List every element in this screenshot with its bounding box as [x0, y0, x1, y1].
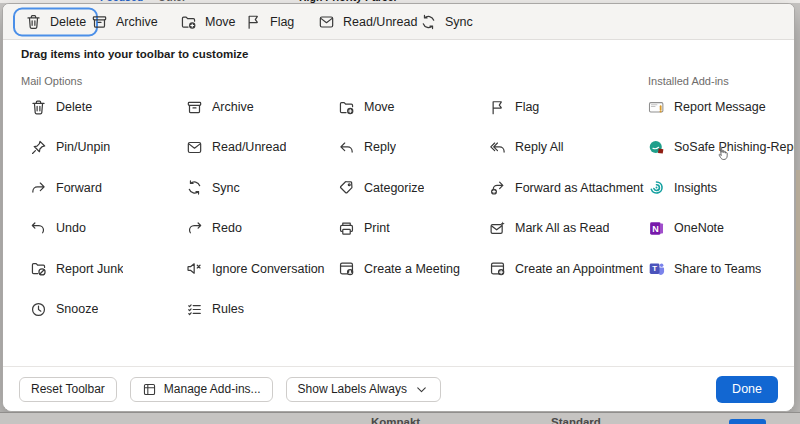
- sync-icon: [186, 179, 203, 196]
- mail-option-read-unread[interactable]: Read/Unread: [186, 131, 286, 163]
- mail-option-mark-all-as-read[interactable]: Mark All as Read: [489, 212, 609, 244]
- toolbar-item-label: Sync: [445, 15, 473, 29]
- toolbar-item-label: Delete: [50, 15, 86, 29]
- mail-option-reply[interactable]: Reply: [338, 131, 396, 163]
- background-app-bottom-sliver: KompaktStandard: [0, 412, 800, 424]
- forward-icon: [30, 179, 47, 196]
- archive-icon: [186, 99, 203, 116]
- manage-addins-button[interactable]: Manage Add-ins...: [130, 377, 273, 402]
- mail-option-forward-as-attachment[interactable]: Forward as Attachment: [489, 172, 644, 204]
- mail-option-label: Forward as Attachment: [515, 181, 644, 195]
- background-text-fragment: Kompakt: [371, 416, 420, 424]
- move-icon: [180, 13, 197, 30]
- toolbar-item-flag[interactable]: Flag: [245, 13, 294, 30]
- ignore-icon: [186, 260, 203, 277]
- mail-option-label: Read/Unread: [212, 140, 286, 154]
- mail-option-label: Ignore Conversation: [212, 262, 325, 276]
- show-labels-value: Show Labels Always: [298, 382, 407, 396]
- reply-icon: [338, 139, 355, 156]
- svg-text:T: T: [652, 265, 657, 274]
- mail-option-label: Forward: [56, 181, 102, 195]
- chevron-down-icon: [414, 382, 429, 397]
- mail-option-rules[interactable]: Rules: [186, 293, 244, 325]
- mail-icon: [318, 13, 335, 30]
- mail-option-archive[interactable]: Archive: [186, 91, 254, 123]
- done-button[interactable]: Done: [716, 376, 778, 403]
- mail-option-label: Categorize: [364, 181, 424, 195]
- trash-icon: [30, 99, 47, 116]
- forward-attachment-icon: [489, 179, 506, 196]
- mail-option-label: Undo: [56, 221, 86, 235]
- sosafe-icon: [648, 139, 665, 156]
- teams-icon: T: [648, 260, 665, 277]
- reset-toolbar-label: Reset Toolbar: [31, 382, 105, 396]
- mail-option-delete[interactable]: Delete: [30, 91, 92, 123]
- sync-icon: [420, 13, 437, 30]
- mail-option-label: Sync: [212, 181, 240, 195]
- mail-option-pin-unpin[interactable]: Pin/Unpin: [30, 131, 110, 163]
- mail-option-label: Move: [364, 100, 395, 114]
- mail-option-sync[interactable]: Sync: [186, 172, 240, 204]
- mail-option-snooze[interactable]: Snooze: [30, 293, 98, 325]
- mail-option-report-junk[interactable]: Report Junk: [30, 253, 123, 285]
- toolbar-item-label: Read/Unread: [343, 15, 417, 29]
- addin-share-to-teams[interactable]: TShare to Teams: [648, 253, 761, 285]
- mail-option-label: Delete: [56, 100, 92, 114]
- toolbar-item-archive[interactable]: Archive: [91, 13, 158, 30]
- tag-icon: [338, 179, 355, 196]
- addin-label: OneNote: [674, 221, 724, 235]
- background-edge-sliver: [796, 170, 800, 290]
- mail-option-flag[interactable]: Flag: [489, 91, 539, 123]
- toolbar-item-move[interactable]: Move: [180, 13, 236, 30]
- toolbar-item-label: Flag: [270, 15, 294, 29]
- create-meeting-icon: [338, 260, 355, 277]
- mail-option-ignore-conversation[interactable]: Ignore Conversation: [186, 253, 325, 285]
- onenote-icon: N: [648, 220, 665, 237]
- grid-icon: [142, 382, 157, 397]
- toolbar-item-delete[interactable]: Delete: [13, 7, 98, 36]
- addin-report-message[interactable]: Report Message: [648, 91, 766, 123]
- mail-option-label: Flag: [515, 100, 539, 114]
- mail-option-move[interactable]: Move: [338, 91, 395, 123]
- mail-option-forward[interactable]: Forward: [30, 172, 102, 204]
- background-blue-button-sliver: [729, 419, 766, 424]
- flag-icon: [489, 99, 506, 116]
- mail-option-print[interactable]: Print: [338, 212, 390, 244]
- addin-label: Insights: [674, 181, 717, 195]
- dialog-footer: Reset Toolbar Manage Add-ins... Show Lab…: [3, 366, 794, 411]
- mail-option-redo[interactable]: Redo: [186, 212, 242, 244]
- report-junk-icon: [30, 260, 47, 277]
- hand-cursor: [715, 145, 731, 163]
- mail-option-categorize[interactable]: Categorize: [338, 172, 424, 204]
- mail-option-label: Reply: [364, 140, 396, 154]
- create-appointment-icon: [489, 260, 506, 277]
- done-label: Done: [732, 382, 762, 396]
- reset-toolbar-button[interactable]: Reset Toolbar: [19, 377, 117, 402]
- mail-options-section-title: Mail Options: [21, 75, 82, 87]
- mail-option-label: Pin/Unpin: [56, 140, 110, 154]
- toolbar-item-sync[interactable]: Sync: [420, 13, 473, 30]
- screen: FocusedOtherHigh Priority Parcel DeleteA…: [0, 0, 800, 424]
- mark-all-read-icon: [489, 220, 506, 237]
- mail-option-reply-all[interactable]: Reply All: [489, 131, 564, 163]
- archive-icon: [91, 13, 108, 30]
- mail-option-create-a-meeting[interactable]: Create a Meeting: [338, 253, 460, 285]
- toolbar-item-label: Archive: [116, 15, 158, 29]
- mail-option-label: Snooze: [56, 302, 98, 316]
- addin-label: Share to Teams: [674, 262, 761, 276]
- background-text-fragment: Standard: [551, 416, 601, 424]
- mail-option-undo[interactable]: Undo: [30, 212, 86, 244]
- customize-toolbar-dialog: DeleteArchiveMoveFlagRead/UnreadSync Dra…: [2, 3, 795, 412]
- addin-onenote[interactable]: NOneNote: [648, 212, 724, 244]
- redo-icon: [186, 220, 203, 237]
- mail-option-create-an-appointment[interactable]: Create an Appointment: [489, 253, 643, 285]
- pin-icon: [30, 139, 47, 156]
- print-icon: [338, 220, 355, 237]
- toolbar-item-read-unread[interactable]: Read/Unread: [318, 13, 417, 30]
- show-labels-dropdown[interactable]: Show Labels Always: [286, 377, 441, 402]
- mail-option-label: Rules: [212, 302, 244, 316]
- move-icon: [338, 99, 355, 116]
- addin-label: SoSafe Phishing-Reportin: [674, 140, 795, 154]
- addin-insights[interactable]: Insights: [648, 172, 717, 204]
- mail-option-label: Print: [364, 221, 390, 235]
